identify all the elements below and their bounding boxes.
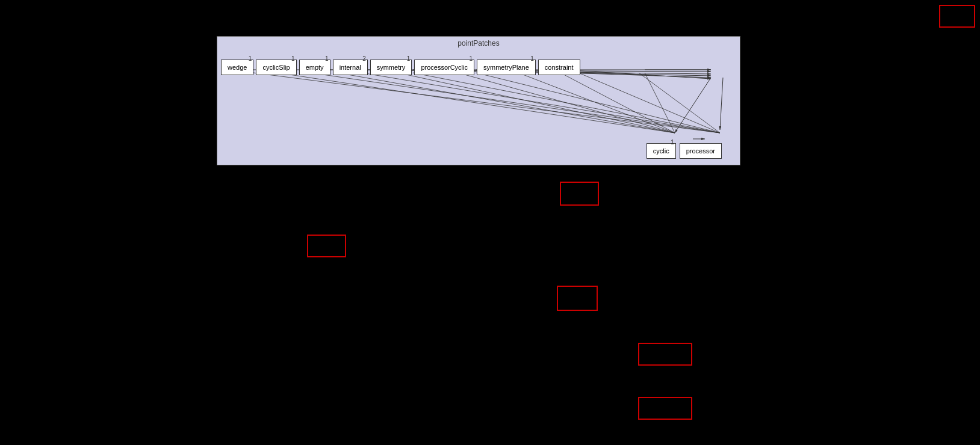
red-box-5 [638,397,692,420]
svg-line-11 [338,73,675,133]
node-cyclic-edge: 1 [671,139,674,146]
node-empty: empty 1 [299,60,330,75]
node-processor-label: processor [686,147,715,155]
node-internal-label: internal [340,64,361,71]
node-symmetryplane-label: symmetryPlane [483,64,529,71]
svg-line-20 [413,73,720,133]
svg-line-10 [278,73,675,133]
bottom-nodes: cyclic 1 processor [647,143,722,159]
diagram-container: pointPatches wedge 1 cyclicSlip 1 empty … [217,36,740,165]
node-cyclicslip-edge: 1 [291,55,295,62]
node-constraint: constraint [538,60,580,75]
svg-line-19 [362,73,720,133]
svg-line-23 [645,73,675,133]
red-box-2 [307,235,346,257]
node-cyclicslip-label: cyclicSlip [262,64,290,71]
node-empty-edge: 1 [325,55,329,62]
red-box-4 [638,343,692,366]
node-processorcyclic: processorCyclic 1 [414,60,474,75]
node-cyclic: cyclic 1 [647,143,676,159]
node-internal-edge: 2 [362,55,366,62]
node-symmetryplane-edge: 1 [530,55,534,62]
node-cyclic-label: cyclic [653,147,669,155]
svg-line-13 [458,73,675,133]
node-processorcyclic-label: processorCyclic [421,64,468,71]
node-cyclicslip: cyclicSlip 1 [256,60,296,75]
node-wedge-edge: 1 [249,55,252,62]
svg-line-22 [560,73,675,133]
node-constraint-label: constraint [545,64,574,71]
red-box-1 [560,182,599,206]
svg-line-17 [253,73,720,133]
svg-line-18 [311,73,720,133]
node-symmetry-label: symmetry [377,64,406,71]
svg-line-21 [476,73,720,133]
node-wedge-label: wedge [228,64,247,71]
node-processorcyclic-edge: 1 [469,55,473,62]
node-symmetry-edge: 1 [407,55,411,62]
node-internal: internal 2 [333,60,368,75]
red-box-topright [939,5,975,28]
node-processor: processor [680,143,722,159]
node-wedge: wedge 1 [221,60,253,75]
red-box-3 [557,286,598,311]
svg-line-15 [578,73,720,133]
diagram-title: pointPatches [217,37,740,50]
svg-line-8 [675,78,711,133]
node-symmetryplane: symmetryPlane 1 [477,60,536,75]
svg-line-12 [398,73,675,133]
svg-line-16 [639,73,720,133]
svg-line-14 [518,73,675,133]
node-empty-label: empty [306,64,324,71]
nodes-row: wedge 1 cyclicSlip 1 empty 1 internal 2 … [217,55,740,80]
svg-line-9 [720,78,723,130]
node-symmetry: symmetry 1 [370,60,412,75]
